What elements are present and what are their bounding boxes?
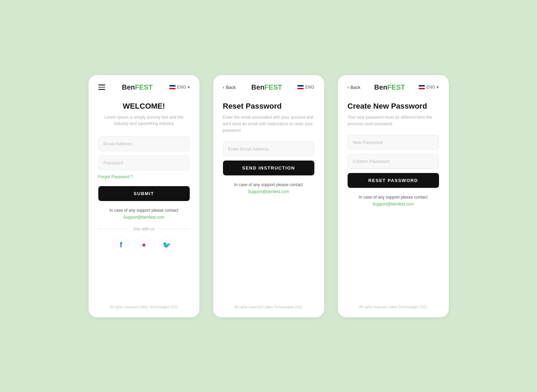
logo: Ben FEST bbox=[374, 83, 405, 91]
support-text: In case of any support please contact bbox=[223, 182, 314, 187]
new-password-input[interactable] bbox=[348, 135, 439, 150]
login-card: Ben FEST ENG ▾ WELCOME! Lorem Ipsum is s… bbox=[89, 75, 199, 317]
twitter-button[interactable]: 🐦 bbox=[158, 236, 176, 254]
forgot-password-link[interactable]: Forgot Password ? bbox=[98, 174, 190, 179]
reset-card-header: ‹ Back Ben FEST ENG bbox=[223, 83, 314, 91]
confirm-password-input[interactable] bbox=[348, 154, 439, 169]
create-card-header: ‹ Back Ben FEST ENG ▾ bbox=[348, 83, 439, 91]
language-selector[interactable]: ENG ▾ bbox=[169, 85, 189, 90]
instagram-button[interactable]: ● bbox=[135, 236, 153, 254]
lang-label: ENG bbox=[426, 85, 435, 90]
create-password-card: ‹ Back Ben FEST ENG ▾ Create New Passwor… bbox=[338, 75, 449, 317]
page-wrapper: Ben FEST ENG ▾ WELCOME! Lorem Ipsum is s… bbox=[0, 54, 537, 338]
logo: Ben FEST bbox=[122, 83, 153, 91]
hamburger-menu[interactable] bbox=[98, 84, 105, 90]
email-input[interactable] bbox=[223, 142, 314, 156]
reset-password-button[interactable]: RESET PASSWORD bbox=[348, 173, 439, 188]
language-selector[interactable]: ENG ▾ bbox=[419, 85, 439, 90]
support-email-link[interactable]: Support@benfest.com bbox=[223, 189, 314, 194]
support-email-link[interactable]: Support@benfest.com bbox=[348, 202, 439, 207]
welcome-title: WELCOME! bbox=[98, 102, 190, 111]
card-title: Create New Password bbox=[348, 102, 439, 111]
logo-ben: Ben bbox=[122, 83, 135, 91]
submit-button[interactable]: SUBMIT bbox=[98, 186, 190, 201]
chevron-left-icon: ‹ bbox=[348, 84, 349, 90]
facebook-icon: f bbox=[120, 240, 122, 249]
social-icons: f ● 🐦 bbox=[98, 236, 190, 254]
facebook-button[interactable]: f bbox=[113, 236, 130, 254]
support-email-link[interactable]: Support@benfest.com bbox=[98, 215, 190, 220]
back-button[interactable]: ‹ Back bbox=[223, 84, 236, 90]
instagram-icon: ● bbox=[142, 241, 146, 249]
card-subtitle: Enter the email associated with your acc… bbox=[223, 114, 314, 134]
chevron-down-icon: ▾ bbox=[437, 85, 439, 90]
divider-left bbox=[98, 229, 130, 229]
lang-label: ENG bbox=[305, 85, 314, 90]
logo: Ben FEST bbox=[251, 83, 282, 91]
support-text: In case of any support please contact bbox=[98, 208, 190, 213]
lang-label: ENG bbox=[177, 85, 186, 90]
support-text: In case of any support please contact bbox=[348, 195, 439, 200]
footer-text: All rights reserved Callen Technologies … bbox=[348, 300, 439, 309]
footer-text: All rights reserved Callen Technologies … bbox=[98, 300, 190, 309]
flag-icon bbox=[169, 85, 176, 89]
logo-fest: FEST bbox=[387, 83, 405, 91]
footer-text: All rights reserved Callen Technologies … bbox=[223, 300, 314, 309]
send-instruction-button[interactable]: SEND INSTRUCTION bbox=[223, 161, 314, 175]
flag-icon bbox=[297, 85, 304, 89]
card-title: Reset Password bbox=[223, 102, 314, 111]
email-input[interactable] bbox=[98, 136, 190, 151]
chevron-left-icon: ‹ bbox=[223, 84, 225, 90]
logo-fest: FEST bbox=[265, 83, 282, 91]
login-card-header: Ben FEST ENG ▾ bbox=[98, 83, 190, 91]
flag-icon bbox=[419, 85, 425, 89]
welcome-subtitle: Lorem Ipsum is simply dummy text and the… bbox=[98, 114, 190, 127]
language-selector[interactable]: ENG bbox=[297, 85, 314, 90]
reset-password-card: ‹ Back Ben FEST ENG Reset Password Enter… bbox=[213, 75, 324, 317]
twitter-icon: 🐦 bbox=[162, 241, 171, 249]
back-button[interactable]: ‹ Back bbox=[348, 84, 361, 90]
card-subtitle: Your new password must be different form… bbox=[348, 114, 439, 127]
logo-ben: Ben bbox=[374, 83, 387, 91]
logo-ben: Ben bbox=[251, 83, 265, 91]
logo-fest: FEST bbox=[135, 83, 153, 91]
divider-section: Join with us bbox=[98, 227, 190, 231]
join-label: Join with us bbox=[133, 227, 155, 231]
welcome-section: WELCOME! Lorem Ipsum is simply dummy tex… bbox=[98, 102, 190, 127]
back-label: Back bbox=[226, 85, 236, 90]
chevron-down-icon: ▾ bbox=[188, 85, 190, 90]
password-input[interactable] bbox=[98, 155, 190, 170]
back-label: Back bbox=[350, 85, 360, 90]
divider-right bbox=[158, 229, 190, 229]
